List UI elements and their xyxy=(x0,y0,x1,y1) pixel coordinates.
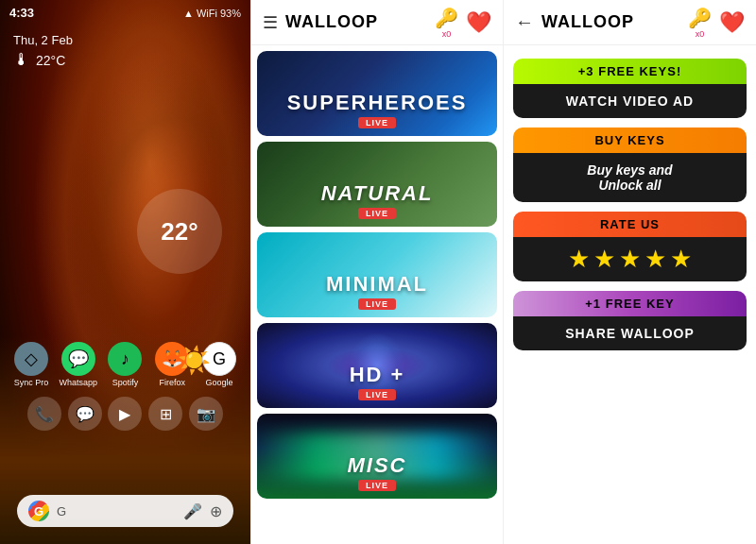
category-natural[interactable]: NATURAL LIVE xyxy=(257,142,497,227)
phone-home-screen: 4:33 ▲ WiFi 93% Thu, 2 Feb 🌡 22°C 22° ☀️… xyxy=(0,0,250,544)
misc-live-badge: LIVE xyxy=(358,480,396,491)
actions-list: +3 FREE KEYS! WATCH VIDEO AD BUY KEYS Bu… xyxy=(504,45,756,544)
walloop-categories-panel: ☰ WALLOOP 🔑 x0 ❤️ SUPERHEROES LIVE NATUR… xyxy=(250,0,503,544)
google-label: Google xyxy=(206,378,233,387)
app-spotify[interactable]: ♪ Spotify xyxy=(104,342,146,387)
superheroes-name: SUPERHEROES xyxy=(287,91,468,115)
watch-video-button[interactable]: WATCH VIDEO AD xyxy=(513,84,747,118)
free-keys-header: +3 FREE KEYS! xyxy=(513,59,747,84)
stars-container[interactable]: ★ ★ ★ ★ ★ xyxy=(513,237,747,281)
weather-icon: 🌡 xyxy=(13,50,30,70)
panel3-key-count: x0 xyxy=(696,29,705,39)
star-2: ★ xyxy=(593,245,615,274)
panel2-title: WALLOOP xyxy=(285,12,427,32)
buy-keys-card[interactable]: BUY KEYS Buy keys andUnlock all xyxy=(513,128,747,202)
photos-icon[interactable]: ⊞ xyxy=(148,397,182,431)
share-walloop-card[interactable]: +1 FREE KEY SHARE WALLOOP xyxy=(513,291,747,350)
free-keys-card[interactable]: +3 FREE KEYS! WATCH VIDEO AD xyxy=(513,59,747,118)
category-minimal[interactable]: MINIMAL LIVE xyxy=(257,232,497,317)
key-icon: 🔑 xyxy=(435,7,458,29)
minimal-label-box: MINIMAL LIVE xyxy=(257,272,497,317)
share-body[interactable]: SHARE WALLOOP xyxy=(513,316,747,350)
date-text: Thu, 2 Feb xyxy=(13,33,73,47)
lens-icon[interactable]: ⊕ xyxy=(210,502,222,520)
clock-temperature: 22° xyxy=(161,217,198,246)
back-arrow-icon[interactable]: ← xyxy=(515,11,534,33)
rate-us-card[interactable]: RATE US ★ ★ ★ ★ ★ xyxy=(513,212,747,281)
categories-list: SUPERHEROES LIVE NATURAL LIVE MINIMAL LI… xyxy=(251,45,503,544)
temperature-text: 22°C xyxy=(36,53,65,68)
whatsapp-label: Whatsapp xyxy=(59,378,97,387)
status-bar: 4:33 ▲ WiFi 93% xyxy=(0,0,250,22)
menu-icon[interactable]: ☰ xyxy=(263,12,278,33)
date-widget: Thu, 2 Feb 🌡 22°C xyxy=(13,33,73,70)
battery-icon: 93% xyxy=(220,8,241,19)
star-1: ★ xyxy=(568,245,590,274)
spotify-label: Spotify xyxy=(112,378,139,387)
hd-live-badge: LIVE xyxy=(358,389,396,400)
clock-widget: 22° xyxy=(137,189,222,274)
natural-live-badge: LIVE xyxy=(358,208,396,219)
category-misc[interactable]: MISC LIVE xyxy=(257,414,497,499)
panel2-header: ☰ WALLOOP 🔑 x0 ❤️ xyxy=(251,0,503,45)
phone-icon[interactable]: 📞 xyxy=(27,397,61,431)
category-hd[interactable]: HD + LIVE xyxy=(257,323,497,408)
buy-keys-body[interactable]: Buy keys andUnlock all xyxy=(513,153,747,202)
panel3-title: WALLOOP xyxy=(541,12,680,32)
status-time: 4:33 xyxy=(9,6,34,20)
sun-icon: ☀️ xyxy=(178,345,211,376)
search-bar[interactable]: G G 🎤 ⊕ xyxy=(17,495,233,527)
app-row-2: 📞 💬 ▶ ⊞ 📷 xyxy=(8,397,243,431)
share-header: +1 FREE KEY xyxy=(513,291,747,316)
mic-icon[interactable]: 🎤 xyxy=(183,502,202,520)
misc-label-box: MISC LIVE xyxy=(257,453,497,499)
signal-icon: ▲ xyxy=(183,8,194,19)
play-store-icon[interactable]: ▶ xyxy=(108,397,142,431)
panel3-header: ← WALLOOP 🔑 x0 ❤️ xyxy=(504,0,756,45)
hd-name: HD + xyxy=(350,363,405,387)
panel3-header-icons: 🔑 x0 ❤️ xyxy=(688,7,745,39)
panel3-heart-icon[interactable]: ❤️ xyxy=(719,10,745,35)
minimal-live-badge: LIVE xyxy=(358,298,396,310)
star-4: ★ xyxy=(644,245,666,274)
status-icons: ▲ WiFi 93% xyxy=(183,8,241,19)
search-label: G xyxy=(57,504,176,518)
sync-pro-icon: ◇ xyxy=(14,342,48,376)
panel3-key-badge[interactable]: 🔑 x0 xyxy=(688,7,712,39)
key-badge[interactable]: 🔑 x0 xyxy=(435,7,458,39)
heart-icon[interactable]: ❤️ xyxy=(466,10,491,35)
spotify-icon: ♪ xyxy=(108,342,142,376)
google-logo: G xyxy=(28,501,49,521)
sync-pro-label: Sync Pro xyxy=(14,378,49,387)
superheroes-live-badge: LIVE xyxy=(358,117,396,128)
app-grid: ◇ Sync Pro 💬 Whatsapp ♪ Spotify 🦊 Firefo… xyxy=(0,342,250,440)
natural-name: NATURAL xyxy=(321,181,434,206)
star-3: ★ xyxy=(619,245,641,274)
superheroes-label-box: SUPERHEROES LIVE xyxy=(257,91,497,136)
app-sync-pro[interactable]: ◇ Sync Pro xyxy=(10,342,52,387)
minimal-name: MINIMAL xyxy=(326,272,428,297)
app-whatsapp[interactable]: 💬 Whatsapp xyxy=(58,342,99,387)
camera-icon[interactable]: 📷 xyxy=(189,397,223,431)
panel3-key-icon: 🔑 xyxy=(688,7,712,29)
wifi-icon: WiFi xyxy=(197,8,217,19)
buy-keys-header: BUY KEYS xyxy=(513,128,747,153)
key-count: x0 xyxy=(442,29,452,39)
whatsapp-icon: 💬 xyxy=(61,342,95,376)
natural-label-box: NATURAL LIVE xyxy=(257,181,497,227)
firefox-label: Firefox xyxy=(160,378,186,387)
category-superheroes[interactable]: SUPERHEROES LIVE xyxy=(257,51,497,136)
rate-us-header: RATE US xyxy=(513,212,747,237)
header-icons: 🔑 x0 ❤️ xyxy=(435,7,491,39)
walloop-actions-panel: ← WALLOOP 🔑 x0 ❤️ +3 FREE KEYS! WATCH VI… xyxy=(503,0,756,544)
star-5: ★ xyxy=(670,245,692,274)
messages-icon[interactable]: 💬 xyxy=(68,397,102,431)
misc-name: MISC xyxy=(348,453,407,478)
hd-label-box: HD + LIVE xyxy=(257,363,497,408)
